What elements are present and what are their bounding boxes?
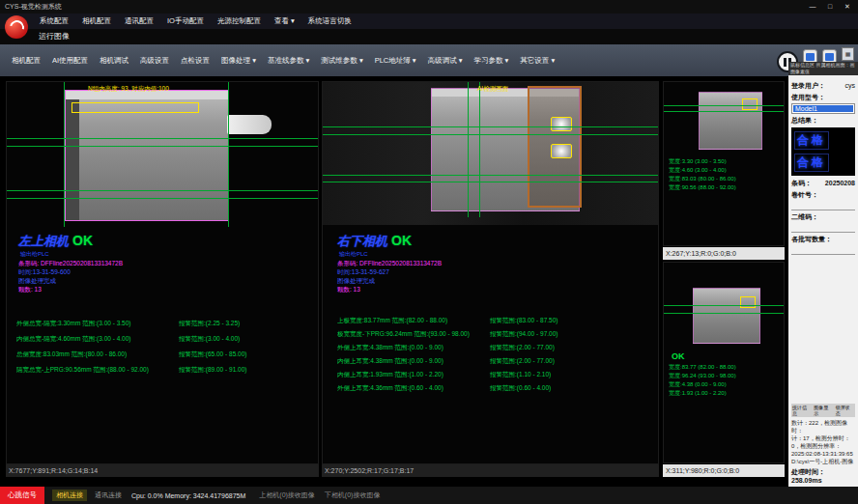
camera-result-headline: 左上相机OK: [18, 233, 93, 250]
reel-number-label: 卷针号：: [791, 190, 855, 200]
login-user-value: cys: [845, 82, 856, 89]
overlay-annotation: AI检测画面: [477, 85, 508, 94]
measurement-row: 外侧上耳宽:4.38mm 范围:(0.00 - 9.00) 报警范围:(2.00…: [337, 344, 654, 357]
toolbar-item[interactable]: 高级设置: [134, 56, 175, 66]
measure-guide-line: [7, 198, 318, 199]
barcode-line: 条形码: DFFline2025020813313472B: [337, 260, 442, 268]
measurement-value: 外侧上耳宽:4.38mm 范围:(0.00 - 9.00): [337, 344, 490, 357]
heartbeat-indicator[interactable]: 心跳信号: [0, 487, 44, 504]
time-line: 时间:13-31-59-600: [18, 268, 71, 277]
toolbar-item[interactable]: 点检设置: [175, 56, 215, 66]
alarm-range: 报警范围:(65.00 - 85.00): [179, 350, 314, 366]
alarm-range: 报警范围:(2.00 - 77.00): [490, 344, 654, 357]
menu-item[interactable]: 查看 ▾: [268, 14, 301, 29]
lower-camera-receive-status: 下相机(0)接收图像: [325, 490, 381, 500]
toolbar-item[interactable]: 高级调试 ▾: [422, 56, 469, 66]
alarm-range: 报警范围:(94.00 - 97.00): [490, 330, 654, 344]
menu-item[interactable]: 光源控制配置: [211, 14, 268, 29]
login-user-label: 登录用户：: [791, 81, 825, 91]
menu-item[interactable]: 系统语言切换: [301, 14, 358, 29]
tab-run-image[interactable]: 运行图像: [33, 29, 75, 44]
thumbnail-measurements: 宽度:83.77 (82.00 - 88.00)宽度:96.24 (93.00 …: [669, 363, 736, 398]
stats-header-item: 图像显示: [814, 405, 832, 416]
overlay-annotation: N组内高度: 93, 对应内值:100: [88, 85, 169, 94]
measurement-list: 上极宽度:83.77mm 范围:(82.00 - 88.00) 报警范围:(83…: [337, 317, 654, 398]
led-highlight: [551, 144, 572, 158]
measurement-row: 上极宽度:83.77mm 范围:(82.00 - 88.00) 报警范围:(83…: [337, 317, 654, 330]
measure-guide-line: [664, 305, 784, 306]
close-button[interactable]: ✕: [839, 0, 856, 14]
minimize-button[interactable]: —: [804, 0, 821, 14]
toolbar-item[interactable]: 相机配置: [6, 56, 46, 66]
stat-line: 计：17，检测分辨时：0，检测图分辨率：: [791, 434, 855, 450]
result-ok-text: OK: [72, 233, 93, 248]
grid-layout-icon[interactable]: ▦: [842, 47, 854, 61]
stats-header: 统计信息图像显示锁屏状态: [791, 404, 855, 417]
camera-name: 右下相机: [337, 234, 387, 248]
toolbar-item[interactable]: 测试维参数 ▾: [315, 56, 368, 66]
measure-guide-line: [7, 146, 318, 147]
mouse-info-strip: 鼠标信息区 所属相机画面：画面像素值: [788, 62, 858, 75]
measurement-line: 宽度:83.77 (82.00 - 88.00): [669, 363, 736, 372]
measurement-row: 极宽宽度-下PRG:96.24mm 范围:(93.00 - 98.00) 报警范…: [337, 330, 654, 344]
total-result-display: 合格合格: [791, 127, 855, 176]
model-selected-option[interactable]: Model1: [793, 105, 853, 112]
status-bar: 心跳信号 相机连接 通讯连接 Cpu: 0.0% Memory: 3424.41…: [0, 487, 858, 504]
app-logo-icon: [5, 15, 28, 39]
measurement-value: 总侧宽度:83.03mm 范围:(80.00 - 86.00): [16, 350, 179, 366]
measure-guide-line: [664, 111, 784, 112]
menu-item[interactable]: IO手动配置: [160, 14, 211, 29]
camera-view-lower[interactable]: AI检测画面 右下相机OK 输出给PLC 条形码: DFFline2025020…: [322, 81, 659, 464]
measure-guide-line: [323, 182, 658, 182]
barcode-label: 条码：: [791, 179, 812, 188]
measurement-row: 隔宽总宽-上PRG:90.56mm 范围:(88.00 - 92.00) 报警范…: [16, 366, 314, 381]
stats-header-item: 锁屏状态: [836, 405, 854, 416]
alarm-range: 报警范围:(2.25 - 3.25): [179, 320, 314, 335]
measurement-list: 外侧总宽-隔宽:3.30mm 范围:(3.00 - 3.50) 报警范围:(2.…: [16, 320, 314, 381]
maximize-button[interactable]: □: [821, 0, 839, 14]
time-line: 时间:13-31-59-627: [337, 268, 389, 277]
comm-link-indicator: 通讯连接: [95, 490, 122, 500]
measurement-value: 隔宽总宽-上PRG:90.56mm 范围:(88.00 - 92.00): [16, 366, 179, 381]
alarm-range: 报警范围:(83.00 - 87.50): [490, 317, 654, 330]
menu-item[interactable]: 通讯配置: [118, 14, 160, 29]
measurement-line: 宽度:4.60 (3.00 - 4.00): [669, 166, 736, 175]
toolbar-item[interactable]: 其它设置 ▾: [514, 56, 560, 66]
measure-guide-line: [64, 82, 65, 227]
measurement-row: 内侧总宽-隔宽:4.60mm 范围:(3.00 - 4.00) 报警范围:(3.…: [16, 335, 314, 350]
toolbar-item[interactable]: 基准线参数 ▾: [262, 56, 315, 66]
measurement-value: 极宽宽度-下PRG:96.24mm 范围:(93.00 - 98.00): [337, 330, 490, 344]
count-line: 颗数: 13: [18, 286, 42, 294]
toolbar: 相机配置AI使用配置相机调试高级设置点检设置图像处理 ▾基准线参数 ▾测试维参数…: [0, 44, 858, 76]
measure-guide-line: [479, 82, 480, 217]
cursor-coords-thumb-2: X:311;Y:980;R:0;G:0;B:0: [663, 464, 785, 477]
menu-item[interactable]: 系统配置: [33, 14, 75, 29]
inspected-part-image: [699, 92, 762, 150]
measurement-row: 外侧上耳宽:4.36mm 范围:(0.60 - 4.00) 报警范围:(0.60…: [337, 384, 654, 398]
toolbar-item[interactable]: AI使用配置: [46, 56, 94, 66]
model-selector[interactable]: Model1: [791, 103, 855, 114]
toolbar-item[interactable]: 相机调试: [94, 56, 134, 66]
camera-view-upper[interactable]: N组内高度: 93, 对应内值:100 左上相机OK 输出给PLC 条形码: D…: [6, 81, 319, 464]
result-ok-text: OK: [672, 351, 685, 361]
alarm-range: 报警范围:(3.00 - 4.00): [179, 335, 314, 350]
thumbnail-view-1[interactable]: 宽度:3.30 (3.00 - 3.50)宽度:4.60 (3.00 - 4.0…: [663, 81, 785, 246]
reel-number-input[interactable]: [791, 201, 855, 210]
toolbar-item[interactable]: 学习参数 ▾: [468, 56, 514, 66]
tab-row: 运行图像: [0, 29, 858, 44]
toolbar-item[interactable]: 图像处理 ▾: [215, 56, 262, 66]
measurement-row: 外侧总宽-隔宽:3.30mm 范围:(3.00 - 3.50) 报警范围:(2.…: [16, 320, 314, 335]
menu-item[interactable]: 相机配置: [75, 14, 118, 29]
count-line: 颗数: 13: [337, 286, 360, 294]
menu-bar: 系统配置相机配置通讯配置IO手动配置光源控制配置查看 ▾系统语言切换: [0, 14, 858, 29]
thumbnail-view-2[interactable]: OK 宽度:83.77 (82.00 - 88.00)宽度:96.24 (93.…: [663, 262, 785, 463]
measurement-line: 宽度:3.30 (3.00 - 3.50): [669, 157, 736, 166]
toolbar-item[interactable]: PLC地址簿 ▾: [369, 56, 422, 66]
stat-line: D:\cys\一号-上相机-图像: [791, 458, 855, 465]
measure-guide-line: [664, 313, 784, 314]
camera-name: 左上相机: [18, 234, 69, 248]
measurement-row: 内侧上耳宽:4.38mm 范围:(0.00 - 9.00) 报警范围:(2.00…: [337, 357, 654, 371]
qr-code-input[interactable]: [791, 223, 855, 233]
stat-line: 2025:02:08-13:31:39:65: [791, 450, 855, 458]
batch-count-input[interactable]: [791, 245, 855, 255]
